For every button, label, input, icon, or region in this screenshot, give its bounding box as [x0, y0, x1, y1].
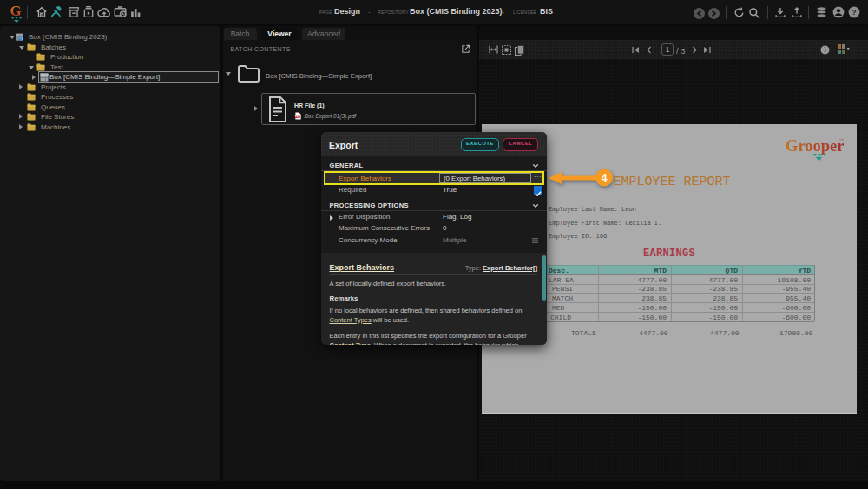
svg-text:PDF: PDF [295, 115, 300, 118]
svg-text:?: ? [852, 9, 857, 17]
svg-text:4: 4 [602, 172, 608, 184]
